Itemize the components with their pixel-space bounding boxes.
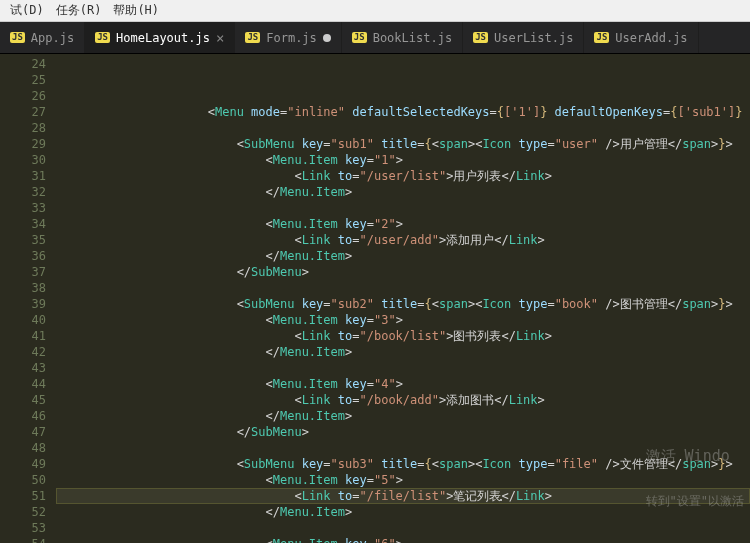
line-number: 54 xyxy=(0,536,46,543)
code-line[interactable] xyxy=(56,520,750,536)
code-line[interactable] xyxy=(56,120,750,136)
line-number: 42 xyxy=(0,344,46,360)
tab-booklist-js[interactable]: JS BookList.js xyxy=(342,22,463,53)
editor-area: 2425262728293031323334353637383940414243… xyxy=(0,54,750,543)
tab-label: App.js xyxy=(31,31,74,45)
js-icon: JS xyxy=(245,32,260,43)
code-line[interactable]: <Menu.Item key="4"> xyxy=(56,376,750,392)
line-number: 43 xyxy=(0,360,46,376)
code-line[interactable]: </SubMenu> xyxy=(56,264,750,280)
line-number: 46 xyxy=(0,408,46,424)
line-number: 39 xyxy=(0,296,46,312)
menu-item-debug[interactable]: 试(D) xyxy=(4,2,50,19)
line-number: 38 xyxy=(0,280,46,296)
code-line[interactable]: <Menu.Item key="6"> xyxy=(56,536,750,543)
line-number: 29 xyxy=(0,136,46,152)
code-line[interactable]: <Menu mode="inline" defaultSelectedKeys=… xyxy=(56,104,750,120)
js-icon: JS xyxy=(10,32,25,43)
code-line[interactable] xyxy=(56,440,750,456)
tab-label: BookList.js xyxy=(373,31,452,45)
code-view[interactable]: <Menu mode="inline" defaultSelectedKeys=… xyxy=(56,54,750,543)
tab-userlist-js[interactable]: JS UserList.js xyxy=(463,22,584,53)
code-line[interactable]: <Link to="/book/add">添加图书</Link> xyxy=(56,392,750,408)
close-icon[interactable]: × xyxy=(216,30,224,46)
code-line[interactable] xyxy=(56,88,750,104)
line-number: 41 xyxy=(0,328,46,344)
line-number: 34 xyxy=(0,216,46,232)
line-number: 32 xyxy=(0,184,46,200)
menu-item-tasks[interactable]: 任务(R) xyxy=(50,2,108,19)
code-line[interactable] xyxy=(56,200,750,216)
code-line[interactable]: </Menu.Item> xyxy=(56,504,750,520)
tab-label: UserList.js xyxy=(494,31,573,45)
code-line[interactable]: </Menu.Item> xyxy=(56,408,750,424)
code-line[interactable]: <Menu.Item key="5"> xyxy=(56,472,750,488)
line-number: 48 xyxy=(0,440,46,456)
code-line[interactable]: </Menu.Item> xyxy=(56,184,750,200)
line-number: 50 xyxy=(0,472,46,488)
line-number: 37 xyxy=(0,264,46,280)
js-icon: JS xyxy=(594,32,609,43)
line-number: 28 xyxy=(0,120,46,136)
js-icon: JS xyxy=(95,32,110,43)
tab-label: Form.js xyxy=(266,31,317,45)
code-line[interactable]: <SubMenu key="sub3" title={<span><Icon t… xyxy=(56,456,750,472)
code-line[interactable]: <SubMenu key="sub2" title={<span><Icon t… xyxy=(56,296,750,312)
line-number: 24 xyxy=(0,56,46,72)
editor-window: 试(D) 任务(R) 帮助(H) JS App.js JS HomeLayout… xyxy=(0,0,750,543)
line-number: 45 xyxy=(0,392,46,408)
code-line[interactable]: </SubMenu> xyxy=(56,424,750,440)
code-line[interactable] xyxy=(56,360,750,376)
tab-label: HomeLayout.js xyxy=(116,31,210,45)
line-number: 27 xyxy=(0,104,46,120)
line-number: 52 xyxy=(0,504,46,520)
tab-bar: JS App.js JS HomeLayout.js × JS Form.js … xyxy=(0,22,750,54)
line-number: 31 xyxy=(0,168,46,184)
menubar: 试(D) 任务(R) 帮助(H) xyxy=(0,0,750,22)
line-number: 36 xyxy=(0,248,46,264)
line-number: 51 xyxy=(0,488,46,504)
menu-item-help[interactable]: 帮助(H) xyxy=(107,2,165,19)
js-icon: JS xyxy=(352,32,367,43)
line-number: 53 xyxy=(0,520,46,536)
line-number: 49 xyxy=(0,456,46,472)
code-line[interactable]: <Link to="/file/list">笔记列表</Link> xyxy=(56,488,750,504)
line-number: 44 xyxy=(0,376,46,392)
dirty-dot-icon xyxy=(323,34,331,42)
line-number: 26 xyxy=(0,88,46,104)
tab-app-js[interactable]: JS App.js xyxy=(0,22,85,53)
tab-homelayout-js[interactable]: JS HomeLayout.js × xyxy=(85,22,235,53)
tab-label: UserAdd.js xyxy=(615,31,687,45)
code-line[interactable]: <Menu.Item key="2"> xyxy=(56,216,750,232)
code-line[interactable]: <Link to="/user/list">用户列表</Link> xyxy=(56,168,750,184)
code-line[interactable]: <SubMenu key="sub1" title={<span><Icon t… xyxy=(56,136,750,152)
code-line[interactable]: <Link to="/user/add">添加用户</Link> xyxy=(56,232,750,248)
line-number: 33 xyxy=(0,200,46,216)
line-number: 40 xyxy=(0,312,46,328)
code-line[interactable]: <Menu.Item key="1"> xyxy=(56,152,750,168)
line-number: 35 xyxy=(0,232,46,248)
code-line[interactable]: </Menu.Item> xyxy=(56,248,750,264)
line-number: 30 xyxy=(0,152,46,168)
js-icon: JS xyxy=(473,32,488,43)
line-gutter: 2425262728293031323334353637383940414243… xyxy=(0,54,56,543)
code-line[interactable] xyxy=(56,280,750,296)
code-line[interactable]: </Menu.Item> xyxy=(56,344,750,360)
line-number: 47 xyxy=(0,424,46,440)
tab-form-js[interactable]: JS Form.js xyxy=(235,22,341,53)
code-line[interactable]: <Link to="/book/list">图书列表</Link> xyxy=(56,328,750,344)
line-number: 25 xyxy=(0,72,46,88)
code-line[interactable]: <Menu.Item key="3"> xyxy=(56,312,750,328)
tab-useradd-js[interactable]: JS UserAdd.js xyxy=(584,22,698,53)
